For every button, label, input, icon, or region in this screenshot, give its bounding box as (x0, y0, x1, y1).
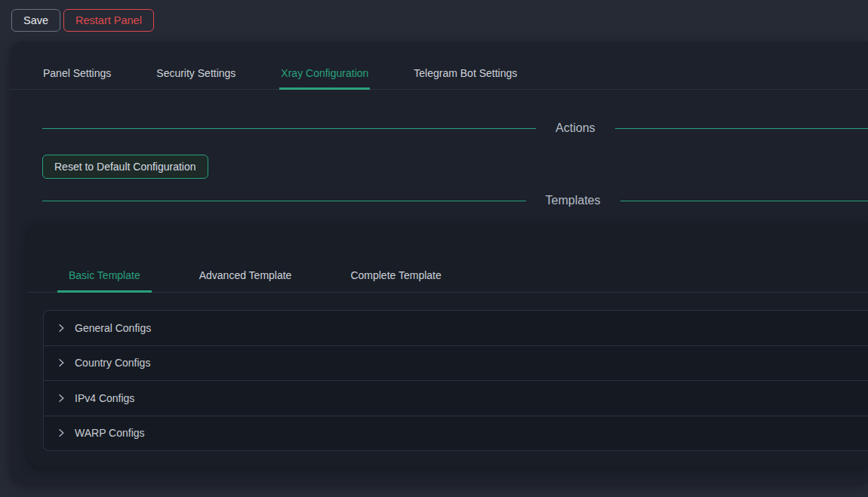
tab-security-settings[interactable]: Security Settings (155, 59, 237, 90)
template-collapse-list: General Configs Country Configs IPv4 Con… (43, 310, 868, 451)
tab-telegram-bot-settings[interactable]: Telegram Bot Settings (412, 59, 519, 90)
divider-line (615, 128, 868, 129)
settings-tabbar: Panel Settings Security Settings Xray Co… (11, 59, 868, 90)
collapse-header-general-configs[interactable]: General Configs (44, 311, 868, 345)
collapse-header-label: General Configs (75, 322, 151, 334)
collapse-header-label: WARP Configs (75, 427, 145, 439)
tab-basic-template[interactable]: Basic Template (57, 259, 152, 293)
settings-card: Panel Settings Security Settings Xray Co… (11, 41, 868, 483)
collapse-header-label: IPv4 Configs (75, 392, 134, 404)
collapse-header-country-configs[interactable]: Country Configs (44, 345, 868, 381)
templates-divider-label: Templates (546, 194, 601, 207)
chevron-right-icon (57, 324, 66, 333)
template-tabbar: Basic Template Advanced Template Complet… (27, 223, 868, 293)
tab-xray-configuration[interactable]: Xray Configuration (279, 59, 370, 90)
divider-line (620, 201, 868, 201)
top-toolbar: Save Restart Panel (0, 0, 868, 41)
divider-line (42, 128, 536, 129)
collapse-header-label: Country Configs (75, 357, 150, 369)
restart-panel-button[interactable]: Restart Panel (63, 9, 154, 32)
collapse-header-ipv4-configs[interactable]: IPv4 Configs (44, 380, 868, 416)
actions-divider: Actions (42, 120, 868, 137)
save-button[interactable]: Save (11, 9, 60, 32)
chevron-right-icon (57, 428, 66, 437)
divider-line (42, 201, 526, 201)
tab-advanced-template[interactable]: Advanced Template (188, 259, 303, 293)
chevron-right-icon (57, 358, 66, 367)
collapse-header-warp-configs[interactable]: WARP Configs (44, 416, 868, 451)
templates-divider: Templates (42, 192, 868, 209)
templates-card: Basic Template Advanced Template Complet… (27, 223, 868, 466)
reset-default-configuration-button[interactable]: Reset to Default Configuration (42, 155, 208, 179)
chevron-right-icon (57, 394, 66, 403)
tab-complete-template[interactable]: Complete Template (339, 259, 452, 293)
tab-panel-settings[interactable]: Panel Settings (42, 59, 112, 90)
actions-divider-label: Actions (556, 121, 595, 135)
